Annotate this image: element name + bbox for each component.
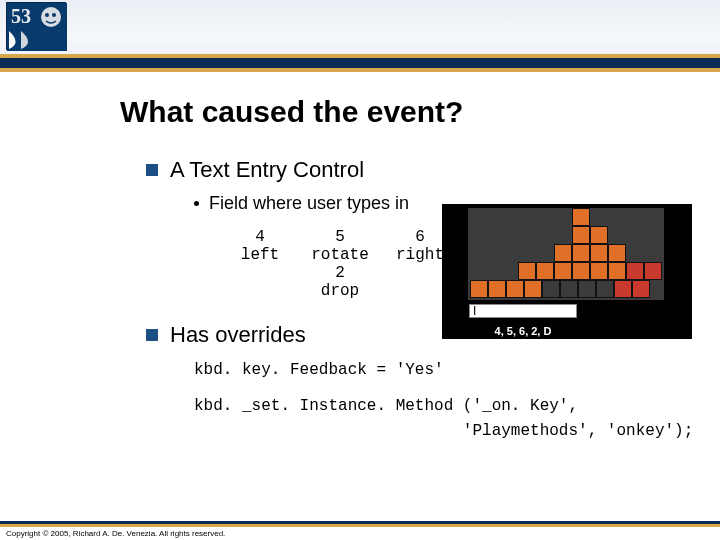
text-entry-field[interactable]: I	[469, 304, 577, 318]
block	[470, 280, 488, 298]
inset-caption: 4, 5, 6, 2, D	[469, 325, 577, 337]
key-empty3	[220, 282, 300, 300]
code-line-1: kbd. key. Feedback = 'Yes'	[194, 358, 700, 384]
logo: 53	[6, 2, 66, 50]
block	[554, 262, 572, 280]
key-left: left	[220, 246, 300, 264]
block	[524, 280, 542, 298]
block	[578, 280, 596, 298]
block	[536, 262, 554, 280]
copyright: Copyright © 2005, Richard A. De. Venezia…	[6, 529, 225, 538]
block	[560, 280, 578, 298]
svg-point-4	[52, 13, 56, 17]
block	[590, 262, 608, 280]
block	[572, 208, 590, 226]
block	[572, 244, 590, 262]
code-line-2: kbd. _set. Instance. Method ('_on. Key',…	[194, 394, 700, 445]
tetris-inset: I 4, 5, 6, 2, D	[442, 204, 692, 339]
block	[518, 262, 536, 280]
block	[572, 226, 590, 244]
bullet-2-text: Has overrides	[170, 322, 306, 348]
bullet-1: A Text Entry Control	[146, 157, 700, 183]
svg-point-2	[41, 7, 61, 27]
block	[632, 280, 650, 298]
sub-bullet-text: Field where user types in	[209, 193, 409, 214]
svg-text:53: 53	[11, 5, 31, 27]
text-cursor-icon: I	[473, 306, 474, 316]
block	[488, 280, 506, 298]
key-2: 2	[300, 264, 380, 282]
tetris-board	[468, 208, 664, 300]
footer-accent-gold	[0, 524, 720, 527]
block	[590, 244, 608, 262]
square-bullet-icon	[146, 329, 158, 341]
block	[608, 244, 626, 262]
svg-point-3	[45, 13, 49, 17]
block	[542, 280, 560, 298]
block	[590, 226, 608, 244]
key-drop: drop	[300, 282, 380, 300]
block	[572, 262, 590, 280]
block	[614, 280, 632, 298]
key-empty1	[220, 264, 300, 282]
block	[626, 262, 644, 280]
block	[554, 244, 572, 262]
key-rotate: rotate	[300, 246, 380, 264]
block	[608, 262, 626, 280]
key-4: 4	[220, 228, 300, 246]
key-5: 5	[300, 228, 380, 246]
slide-title: What caused the event?	[120, 95, 700, 129]
block	[596, 280, 614, 298]
header-accent	[0, 54, 720, 72]
bullet-1-text: A Text Entry Control	[170, 157, 364, 183]
dot-bullet-icon	[194, 201, 199, 206]
block	[644, 262, 662, 280]
header-bar: 53	[0, 0, 720, 72]
square-bullet-icon	[146, 164, 158, 176]
block	[506, 280, 524, 298]
